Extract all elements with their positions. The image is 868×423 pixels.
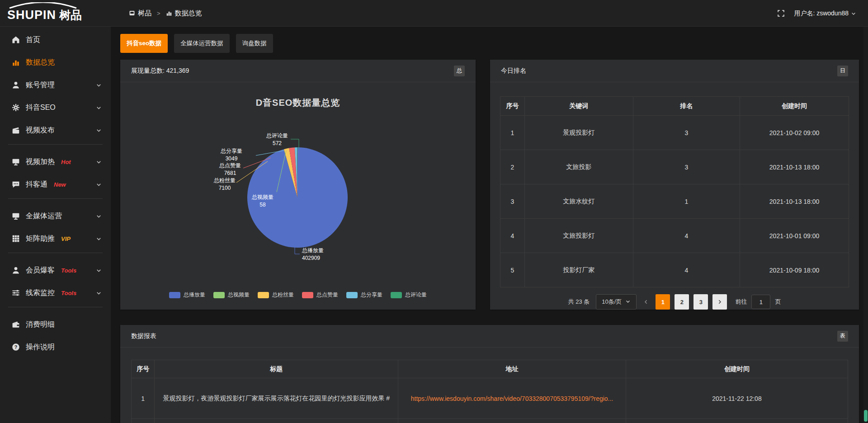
table-row: 3文旅水纹灯12021-10-13 18:00 — [500, 184, 849, 219]
sidebar-divider — [8, 198, 103, 199]
next-page-button[interactable] — [712, 294, 727, 310]
pie-label: 总粉丝量7100 — [214, 177, 236, 193]
page-scrollbar[interactable] — [863, 27, 868, 423]
sidebar-item-badge: Hot — [61, 159, 71, 165]
tab-bar: 抖音seo数据全媒体运营数据询盘数据 — [120, 34, 273, 53]
page-size-select[interactable]: 10条/页 — [596, 294, 637, 310]
legend-item[interactable]: 总视频量 — [213, 291, 250, 299]
scrollbar-thumb[interactable] — [864, 410, 868, 422]
overview-title: 展现量总数: 421,369 — [131, 67, 189, 75]
sidebar-item-label: 数据总览 — [26, 58, 55, 67]
chevron-down-icon — [96, 290, 102, 296]
legend-item[interactable]: 总点赞量 — [302, 291, 338, 299]
sidebar-item-sliders-13[interactable]: 线索监控Tools — [0, 282, 111, 304]
app-header: SHUPIN树品 树品 > 数据总览 用户名: zswodun88 — [0, 0, 868, 27]
table-header-row: 序号关键词排名创建时间 — [500, 97, 849, 116]
sidebar-item-bar-chart-1[interactable]: 数据总览 — [0, 51, 111, 74]
pie-label: 总播放量402909 — [302, 247, 324, 263]
rank-day-badge-button[interactable]: 日 — [837, 66, 848, 76]
tab-1[interactable]: 全媒体运营数据 — [174, 34, 230, 53]
page-button-3[interactable]: 3 — [693, 294, 708, 310]
sidebar-item-label: 视频发布 — [26, 126, 55, 135]
pie-chart — [120, 82, 476, 310]
legend-swatch — [346, 292, 358, 298]
pagination-total: 共 23 条 — [568, 298, 590, 306]
sidebar-item-chat-7[interactable]: 抖客通New — [0, 173, 111, 196]
report-table-badge-button[interactable]: 表 — [837, 331, 848, 342]
sidebar-item-badge: VIP — [61, 235, 71, 242]
question-icon: ? — [12, 343, 20, 351]
pie-label-value: 3049 — [221, 155, 242, 163]
table-row: 1景观投影灯32021-10-02 09:00 — [500, 116, 849, 150]
report-link[interactable]: https://www.iesdouyin.com/share/video/70… — [406, 395, 618, 402]
legend-swatch — [258, 292, 269, 298]
jump-prefix: 前往 — [735, 298, 747, 306]
table-cell: 3 — [633, 116, 740, 150]
sidebar-item-label: 视频加热 — [26, 157, 55, 167]
legend-label: 总评论量 — [405, 291, 427, 299]
sidebar-item-gear-3[interactable]: 抖音SEO — [0, 96, 111, 119]
chevron-down-icon — [96, 213, 102, 219]
sidebar-item-label: 账号管理 — [26, 80, 55, 90]
pie-chart-area: D音SEO数据量总览 总播放量总视频量总粉丝量总点赞量总分享量总评论量 总播放量… — [120, 82, 476, 310]
sidebar: 首页数据总览账号管理抖音SEO视频发布视频加热Hot抖客通New全媒体运营矩阵助… — [0, 27, 111, 423]
user-label: 用户名: zswodun88 — [794, 9, 849, 18]
chevron-down-icon — [851, 11, 856, 16]
sidebar-item-wallet-15[interactable]: 消费明细 — [0, 313, 111, 336]
sidebar-item-question-16[interactable]: ?操作说明 — [0, 336, 111, 358]
sidebar-divider — [8, 144, 103, 145]
breadcrumb-separator: > — [157, 10, 160, 17]
page-button-2[interactable]: 2 — [675, 294, 689, 310]
legend-item[interactable]: 总分享量 — [346, 291, 382, 299]
sidebar-item-monitor-9[interactable]: 全媒体运营 — [0, 205, 111, 227]
table-cell: 2 — [500, 150, 525, 184]
column-header: 排名 — [633, 97, 740, 116]
sidebar-item-badge: Tools — [61, 290, 76, 296]
legend-item[interactable]: 总评论量 — [391, 291, 427, 299]
pie-label: 总点赞量7681 — [219, 162, 241, 178]
logo: SHUPIN树品 — [0, 0, 111, 27]
legend-item[interactable]: 总粉丝量 — [258, 291, 294, 299]
column-header: 创建时间 — [626, 360, 848, 378]
legend-item[interactable]: 总播放量 — [169, 291, 205, 299]
report-created-cell: 2021-11-22 12:08 — [626, 378, 848, 419]
chevron-down-icon — [96, 236, 102, 242]
fullscreen-icon[interactable] — [777, 9, 785, 17]
sidebar-item-video-publish-4[interactable]: 视频发布 — [0, 119, 111, 141]
sidebar-item-grid-10[interactable]: 矩阵助推VIP — [0, 227, 111, 250]
sidebar-item-home-0[interactable]: 首页 — [0, 28, 111, 51]
legend-label: 总视频量 — [228, 291, 250, 299]
chevron-down-icon — [96, 182, 102, 188]
table-cell: 2021-10-13 18:00 — [740, 150, 849, 184]
sidebar-item-monitor-6[interactable]: 视频加热Hot — [0, 150, 111, 173]
table-row: 1景观投影灯，夜游景观投影灯厂家展示展示落花灯在花园里的灯光投影应用效果 #ht… — [132, 378, 848, 419]
table-header-row: 序号标题地址创建时间 — [132, 360, 848, 378]
table-cell: 文旅投影 — [524, 150, 633, 184]
report-table: 序号标题地址创建时间1景观投影灯，夜游景观投影灯厂家展示展示落花灯在花园里的灯光… — [131, 360, 848, 423]
user-menu[interactable]: 用户名: zswodun88 — [794, 9, 856, 18]
pie-label: 总视频量58 — [252, 193, 274, 209]
tab-0[interactable]: 抖音seo数据 — [120, 34, 168, 53]
table-cell: 2021-10-09 18:00 — [740, 253, 849, 287]
breadcrumb-root[interactable]: 树品 — [138, 9, 151, 18]
pie-label-name: 总播放量 — [302, 247, 324, 254]
report-panel-header: 数据报表 表 — [120, 325, 859, 348]
home-icon — [12, 36, 20, 44]
sidebar-item-user-2[interactable]: 账号管理 — [0, 74, 111, 96]
sidebar-item-label: 线索监控 — [26, 288, 55, 298]
monitor-icon — [12, 212, 20, 220]
sidebar-item-label: 会员爆客 — [26, 266, 55, 275]
sidebar-item-user-solid-12[interactable]: 会员爆客Tools — [0, 259, 111, 282]
rank-data-table: 序号关键词排名创建时间1景观投影灯32021-10-02 09:002文旅投影3… — [500, 96, 849, 287]
tab-2[interactable]: 询盘数据 — [236, 34, 273, 53]
pie-label-value: 572 — [266, 140, 288, 147]
page-jump-input[interactable] — [751, 295, 770, 309]
legend-label: 总粉丝量 — [272, 291, 294, 299]
overview-total-badge-button[interactable]: 总 — [454, 66, 465, 76]
jump-suffix: 页 — [775, 298, 781, 306]
sidebar-item-badge: Tools — [61, 267, 76, 274]
page-button-1[interactable]: 1 — [656, 294, 670, 310]
grid-icon — [12, 235, 20, 243]
monitor-icon — [12, 158, 20, 166]
prev-page-button[interactable] — [641, 294, 651, 310]
